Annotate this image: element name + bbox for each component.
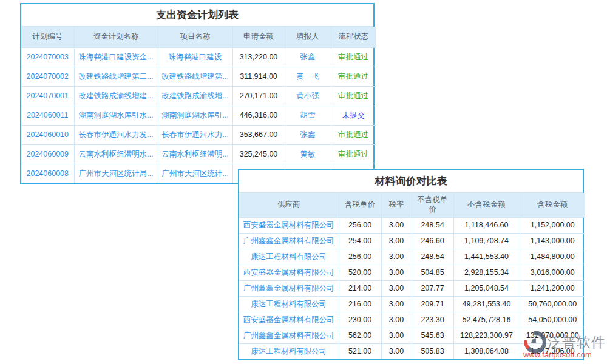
supplier-link[interactable]: 广州鑫鑫金属材料有限公司 <box>239 233 339 249</box>
reporter-link[interactable]: 黄小强 <box>285 86 331 106</box>
amount-with-tax-value: 1,143,000.00 <box>520 233 585 249</box>
reporter-link[interactable]: 胡雪 <box>285 106 331 125</box>
watermark: 泛普软件 www.fanpusoft.com <box>523 331 603 359</box>
plan-no-link[interactable]: 2024060011 <box>21 106 74 125</box>
column-header: 含税单价 <box>339 193 381 217</box>
column-header: 填报人 <box>285 27 331 47</box>
amount-with-tax-value: 1,484,800.00 <box>520 249 585 265</box>
plan-no-link[interactable]: 2024070002 <box>21 67 74 86</box>
price-with-tax-value: 214.00 <box>339 280 381 296</box>
amount-without-tax-value: 49,281,553.40 <box>453 296 520 312</box>
plan-no-link[interactable]: 2024070001 <box>21 86 74 106</box>
amount-without-tax-value: 52,475,728.16 <box>453 312 520 328</box>
amount-without-tax-value: 1,441,553.40 <box>453 249 520 265</box>
inquiry-table-header: 供应商含税单价税率不含税单价不含税金额含税金额 <box>239 193 585 217</box>
tax-rate-value: 3.00 <box>381 343 412 359</box>
price-with-tax-value: 520.00 <box>339 265 381 280</box>
amount-with-tax-value: 1,241,200.00 <box>520 280 585 296</box>
supplier-link[interactable]: 西安盛器金属材料有限公司 <box>239 312 339 328</box>
table-row: 康达工程材料有限公司256.003.00248.541,441,553.401,… <box>239 249 585 265</box>
reporter-link[interactable]: 张鑫 <box>285 47 331 67</box>
supplier-link[interactable]: 广州鑫鑫金属材料有限公司 <box>239 280 339 296</box>
column-header: 含税金额 <box>520 193 585 217</box>
project-name-link[interactable]: 珠海鹤港口建设 <box>158 47 232 67</box>
price-with-tax-value: 256.00 <box>339 217 381 233</box>
column-header: 供应商 <box>239 193 339 217</box>
fund-name-link[interactable]: 改建铁路线增建第二... <box>74 67 158 86</box>
column-header: 不含税金额 <box>453 193 520 217</box>
status-badge: 审批通过 <box>331 47 376 67</box>
fund-name-link[interactable]: 改建铁路成渝线增建... <box>74 86 158 106</box>
amount-value: 311,914.00 <box>232 67 285 86</box>
project-name-link[interactable]: 湖南洞庭湖水库引... <box>158 106 232 125</box>
project-name-link[interactable]: 改建铁路线增建第... <box>158 67 232 86</box>
fund-name-link[interactable]: 广州市天河区统计局... <box>74 164 158 183</box>
table-row: 2024070001改建铁路成渝线增建...改建铁路成渝线增...270,171… <box>21 86 376 106</box>
fund-name-link[interactable]: 云南水利枢纽潜明水... <box>74 144 158 164</box>
supplier-link[interactable]: 康达工程材料有限公司 <box>239 296 339 312</box>
reporter-link[interactable]: 张鑫 <box>285 125 331 144</box>
price-with-tax-value: 562.00 <box>339 328 381 343</box>
plan-no-link[interactable]: 2024060010 <box>21 125 74 144</box>
project-name-link[interactable]: 云南水利枢纽潜明... <box>158 144 232 164</box>
fund-plan-title: 支出资金计划列表 <box>21 4 373 27</box>
price-without-tax-value: 207.77 <box>412 280 453 296</box>
fund-name-link[interactable]: 湖南洞庭湖水库引水... <box>74 106 158 125</box>
column-header: 流程状态 <box>331 27 376 47</box>
price-with-tax-value: 230.00 <box>339 312 381 328</box>
supplier-link[interactable]: 西安盛器金属材料有限公司 <box>239 265 339 280</box>
column-header: 税率 <box>381 193 412 217</box>
amount-value: 325,245.00 <box>232 144 285 164</box>
fund-name-link[interactable]: 长春市伊通河水力发... <box>74 125 158 144</box>
fund-plan-table-body: 2024070003珠海鹤港口建设资金...珠海鹤港口建设313,220.00张… <box>21 47 376 183</box>
plan-no-link[interactable]: 2024070003 <box>21 47 74 67</box>
supplier-link[interactable]: 康达工程材料有限公司 <box>239 249 339 265</box>
reporter-link[interactable]: 黄一飞 <box>285 67 331 86</box>
brand-url: www.fanpusoft.com <box>523 350 603 359</box>
status-badge: 未提交 <box>331 106 376 125</box>
amount-value: 446,316.00 <box>232 106 285 125</box>
price-with-tax-value: 254.00 <box>339 233 381 249</box>
fund-plan-table-header: 计划编号资金计划名称项目名称申请金额填报人流程状态 <box>21 27 376 47</box>
tax-rate-value: 3.00 <box>381 312 412 328</box>
price-without-tax-value: 248.54 <box>412 217 453 233</box>
amount-without-tax-value: 1,109,708.74 <box>453 233 520 249</box>
table-row: 康达工程材料有限公司216.003.00209.7149,281,553.405… <box>239 296 585 312</box>
table-row: 广州鑫鑫金属材料有限公司214.003.00207.771,205,048.54… <box>239 280 585 296</box>
amount-value: 353,667.00 <box>232 125 285 144</box>
project-name-link[interactable]: 长春市伊通河水力... <box>158 125 232 144</box>
tax-rate-value: 3.00 <box>381 296 412 312</box>
amount-with-tax-value: 54,050,000.00 <box>520 312 585 328</box>
tax-rate-value: 3.00 <box>381 233 412 249</box>
price-without-tax-value: 248.54 <box>412 249 453 265</box>
reporter-link[interactable]: 黄敏 <box>285 144 331 164</box>
fund-plan-table: 计划编号资金计划名称项目名称申请金额填报人流程状态 2024070003珠海鹤港… <box>21 27 376 183</box>
amount-without-tax-value: 1,308,064.08 <box>453 343 520 359</box>
price-with-tax-value: 256.00 <box>339 249 381 265</box>
supplier-link[interactable]: 康达工程材料有限公司 <box>239 343 339 359</box>
amount-without-tax-value: 1,118,446.60 <box>453 217 520 233</box>
price-without-tax-value: 246.60 <box>412 233 453 249</box>
amount-without-tax-value: 2,928,155.34 <box>453 265 520 280</box>
table-row: 西安盛器金属材料有限公司230.003.00223.3052,475,728.1… <box>239 312 585 328</box>
plan-no-link[interactable]: 2024060009 <box>21 144 74 164</box>
column-header: 不含税单价 <box>412 193 453 217</box>
fund-plan-panel: 支出资金计划列表 计划编号资金计划名称项目名称申请金额填报人流程状态 20240… <box>20 3 375 184</box>
project-name-link[interactable]: 广州市天河区统计... <box>158 164 232 183</box>
plan-no-link[interactable]: 2024060008 <box>21 164 74 183</box>
fund-name-link[interactable]: 珠海鹤港口建设资金... <box>74 47 158 67</box>
supplier-link[interactable]: 广州鑫鑫金属材料有限公司 <box>239 328 339 343</box>
supplier-link[interactable]: 西安盛器金属材料有限公司 <box>239 217 339 233</box>
status-badge: 审批通过 <box>331 125 376 144</box>
amount-value: 270,171.00 <box>232 86 285 106</box>
price-with-tax-value: 521.00 <box>339 343 381 359</box>
price-without-tax-value: 223.30 <box>412 312 453 328</box>
tax-rate-value: 3.00 <box>381 217 412 233</box>
column-header: 申请金额 <box>232 27 285 47</box>
amount-value: 313,220.00 <box>232 47 285 67</box>
status-badge: 审批通过 <box>331 86 376 106</box>
table-row: 2024060011湖南洞庭湖水库引水...湖南洞庭湖水库引...446,316… <box>21 106 376 125</box>
amount-without-tax-value: 128,223,300.97 <box>453 328 520 343</box>
header-row: 供应商含税单价税率不含税单价不含税金额含税金额 <box>239 193 585 217</box>
project-name-link[interactable]: 改建铁路成渝线增... <box>158 86 232 106</box>
